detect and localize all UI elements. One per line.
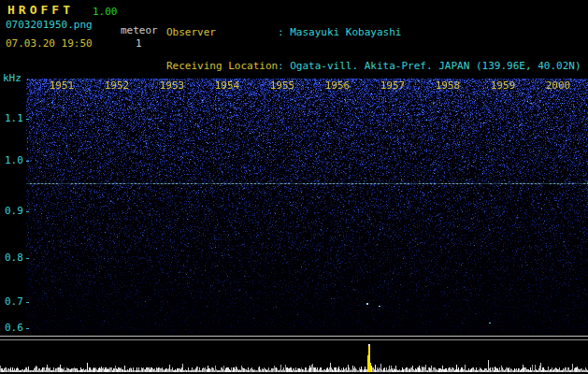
capture-filename: 0703201950.png xyxy=(6,20,93,31)
info-value: Ogata-vill. Akita-Pref. JAPAN (139.96E, … xyxy=(290,60,581,72)
y-tick-label: 0.7 xyxy=(5,296,23,308)
meteor-count: 1 xyxy=(136,38,142,50)
time-tick-label: 1953 xyxy=(160,80,185,92)
time-tick-label: 2000 xyxy=(546,80,571,92)
signal-level-canvas xyxy=(0,335,588,374)
time-tick-label: 1957 xyxy=(380,80,406,92)
time-tick-label: 1954 xyxy=(215,80,240,92)
info-line-location: Receiving Location: Ogata-vill. Akita-Pr… xyxy=(166,61,581,72)
time-tick-label: 1956 xyxy=(325,80,351,92)
y-tick-label: 1.0 xyxy=(5,155,23,166)
y-axis-unit: kHz xyxy=(3,73,22,84)
info-colon: : xyxy=(278,26,290,38)
time-tick-label: 1959 xyxy=(491,80,516,92)
info-value: Masayuki Kobayashi xyxy=(290,26,401,38)
time-tick-label: 1951 xyxy=(50,80,75,92)
y-tick-label: 0.9 xyxy=(5,206,23,217)
info-colon: : xyxy=(278,60,290,72)
mode-label: meteor xyxy=(121,25,158,36)
y-tick-label: 0.8 xyxy=(5,252,23,264)
spectrogram-canvas xyxy=(26,79,588,335)
info-label: Receiving Location xyxy=(166,61,278,72)
y-tick-label: 1.1 xyxy=(5,113,23,124)
y-tick-label: 0.6 xyxy=(5,323,23,334)
info-line-observer: Observer: Masayuki Kobayashi xyxy=(166,27,581,38)
hrofft-screenshot: HROFFT 1.00 0703201950.png meteor 07.03.… xyxy=(0,0,588,374)
info-label: Observer xyxy=(166,27,278,38)
time-tick-label: 1952 xyxy=(105,80,130,92)
time-tick-label: 1955 xyxy=(270,80,295,92)
time-tick-label: 1958 xyxy=(436,80,461,92)
app-version: 1.00 xyxy=(93,7,118,18)
app-title: HROFFT xyxy=(7,5,74,16)
capture-datetime: 07.03.20 19:50 xyxy=(6,38,93,50)
